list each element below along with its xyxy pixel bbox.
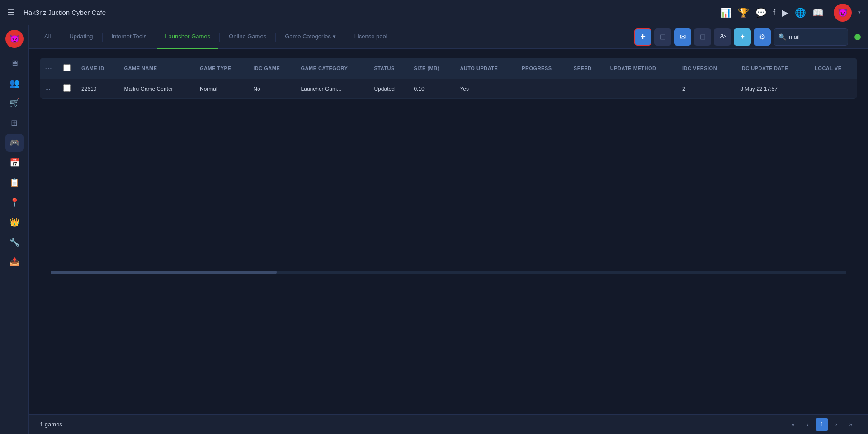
add-game-button[interactable]: + [634,28,651,46]
col-header-update-method: UPDATE METHOD [605,58,677,79]
row-options-icon[interactable]: ··· [45,85,51,93]
sidebar-item-users[interactable]: 👥 [5,74,24,92]
col-header-speed: SPEED [568,58,605,79]
cell-game-id[interactable]: 22619 [76,79,119,99]
sidebar: 😈 🖥 👥 🛒 ⊞ 🎮 📅 📋 📍 👑 🔧 📤 [0,25,29,434]
col-header-game-name: GAME NAME [119,58,194,79]
user-avatar-header[interactable]: 😈 [834,4,852,22]
tab-internet-tools[interactable]: Internet Tools [104,25,155,49]
page-prev-button[interactable]: ‹ [801,418,814,431]
cell-local-ve [809,79,857,99]
select-all-checkbox[interactable] [63,64,71,71]
sidebar-avatar[interactable]: 😈 [5,30,24,48]
grid-view-button[interactable]: ⊟ [654,28,671,46]
col-header-progress: PROGRESS [516,58,568,79]
table-container: ··· GAME ID GAME NAME GAME TYPE IDC GAME… [29,49,868,288]
tab-sep-1 [60,33,60,42]
page-next-button[interactable]: › [830,418,843,431]
user-dropdown-arrow[interactable]: ▾ [858,9,861,15]
games-table: ··· GAME ID GAME NAME GAME TYPE IDC GAME… [40,58,857,99]
sidebar-item-games[interactable]: 🎮 [5,134,24,152]
search-input[interactable] [789,33,843,40]
online-status-dot [854,34,861,40]
sidebar-item-wrench[interactable]: 🔧 [5,233,24,251]
scrollbar-thumb[interactable] [51,271,277,274]
youtube-icon[interactable]: ▶ [782,7,788,18]
scrollbar-area [40,271,857,274]
tab-sep-5 [275,33,276,42]
tab-sep-3 [156,33,156,42]
tab-license-pool[interactable]: License pool [346,25,396,49]
cell-idc-update-date: 3 May 22 17:57 [735,79,809,99]
cell-auto-update: Yes [454,79,516,99]
sidebar-item-export[interactable]: 📤 [5,253,24,271]
cell-progress [516,79,568,99]
cell-game-name[interactable]: Mailru Game Center [119,79,194,99]
copy-button[interactable]: ⊡ [694,28,711,46]
update-icon: ✉ [680,33,686,41]
table-header-row: ··· GAME ID GAME NAME GAME TYPE IDC GAME… [40,58,857,79]
sub-header: All Updating Internet Tools Launcher Gam… [29,25,868,49]
sidebar-item-windows[interactable]: ⊞ [5,114,24,132]
tab-game-categories[interactable]: Game Categories ▾ [277,25,344,49]
cell-idc-game: No [248,79,295,99]
cell-game-type: Normal [194,79,248,99]
tab-sep-4 [219,33,220,42]
grid-icon: ⊟ [660,33,666,41]
copy-icon: ⊡ [700,33,706,41]
sidebar-avatar-icon: 😈 [9,34,19,44]
col-header-game-id: GAME ID [76,58,119,79]
plus-icon: + [640,32,646,42]
update-button[interactable]: ✉ [674,28,691,46]
column-options-icon[interactable]: ··· [45,65,52,71]
page-current-button[interactable]: 1 [816,418,828,431]
tab-updating[interactable]: Updating [61,25,101,49]
col-header-auto-update: AUTO UPDATE [454,58,516,79]
page-last-button[interactable]: » [844,418,857,431]
col-header-status: STATUS [368,58,408,79]
tab-sep-6 [345,33,345,42]
sidebar-item-crown[interactable]: 👑 [5,213,24,231]
sidebar-item-location[interactable]: 📍 [5,193,24,211]
top-header: ☰ Hak3r'z Juction Cyber Cafe 📊 🏆 💬 f ▶ 🌐… [0,0,868,25]
sidebar-item-shop[interactable]: 🛒 [5,94,24,112]
eye-icon: 👁 [719,33,726,41]
hamburger-menu[interactable]: ☰ [7,8,14,18]
search-icon: 🔍 [778,33,786,41]
cell-game-category[interactable]: Launcher Gam... [296,79,369,99]
tab-online-games[interactable]: Online Games [221,25,274,49]
book-icon[interactable]: 📖 [812,7,824,18]
discord-icon[interactable]: 💬 [755,7,767,18]
search-wrap: 🔍 [774,28,848,46]
transfer-icon: ✦ [740,33,745,41]
settings-button[interactable]: ⚙ [754,28,771,46]
cell-idc-version: 2 [677,79,735,99]
games-count: 1 games [40,421,62,428]
col-header-idc-update-date: IDC UPDATE DATE [735,58,809,79]
visibility-button[interactable]: 👁 [714,28,731,46]
sidebar-item-calendar[interactable]: 📅 [5,154,24,172]
sidebar-item-monitor[interactable]: 🖥 [5,54,24,72]
header-icons: 📊 🏆 💬 f ▶ 🌐 📖 😈 ▾ [720,4,861,22]
scrollbar-track[interactable] [51,271,846,274]
transfer-button[interactable]: ✦ [734,28,751,46]
table-row: ··· 22619 Mailru Game Center Normal No L… [40,79,857,99]
row-dots[interactable]: ··· [40,79,58,99]
row-checkbox-cell [58,79,76,99]
trophy-icon[interactable]: 🏆 [738,7,749,18]
cell-size: 0.10 [408,79,454,99]
tab-all[interactable]: All [36,25,59,49]
tab-launcher-games[interactable]: Launcher Games [157,25,218,49]
row-select-checkbox[interactable] [63,84,71,92]
sidebar-item-reports[interactable]: 📋 [5,173,24,191]
facebook-icon[interactable]: f [773,9,775,17]
col-header-idc-version: IDC VERSION [677,58,735,79]
col-header-game-category: GAME CATEGORY [296,58,369,79]
globe-icon[interactable]: 🌐 [795,7,806,18]
page-first-button[interactable]: « [787,418,799,431]
col-header-size: SIZE (MB) [408,58,454,79]
toolbar: ↓ + ⊟ ✉ ⊡ 👁 ✦ ⚙ � [634,28,861,46]
col-header-checkbox [58,58,76,79]
settings-icon: ⚙ [759,33,765,41]
stats-icon[interactable]: 📊 [720,7,731,18]
